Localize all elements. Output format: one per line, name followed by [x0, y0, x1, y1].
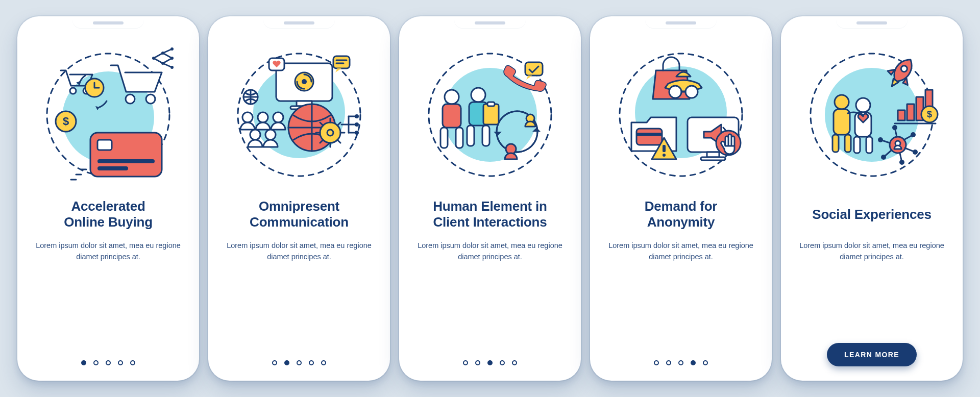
svg-rect-76 [898, 110, 905, 120]
pager-dot-active[interactable] [691, 360, 696, 365]
svg-rect-53 [467, 126, 474, 146]
pager-dot[interactable] [678, 360, 683, 365]
pager [654, 360, 708, 367]
omnipresent-communication-icon [225, 41, 373, 189]
svg-rect-20 [97, 166, 128, 170]
pager-dot[interactable] [309, 360, 314, 365]
svg-rect-67 [663, 145, 666, 152]
svg-point-82 [835, 95, 849, 109]
pager-dot[interactable] [666, 360, 671, 365]
slide-description: Lorem ipsum dolor sit amet, mea eu regio… [602, 240, 760, 263]
phone-notch [72, 16, 144, 29]
pager-dot[interactable] [118, 360, 123, 365]
pager-dot[interactable] [463, 360, 468, 365]
svg-point-51 [471, 88, 485, 102]
slide-title: Human Element in Client Interactions [430, 198, 550, 231]
pager-dot-active[interactable] [284, 360, 289, 365]
svg-text:$: $ [927, 109, 932, 119]
slide-description: Lorem ipsum dolor sit amet, mea eu regio… [30, 240, 187, 263]
pager-dot[interactable] [321, 360, 326, 365]
pager-dot[interactable] [512, 360, 517, 365]
svg-rect-48 [443, 104, 461, 128]
svg-rect-19 [97, 159, 155, 163]
svg-rect-54 [482, 126, 489, 146]
svg-rect-49 [440, 128, 448, 148]
onboarding-card-5: $ [781, 16, 963, 381]
social-experiences-icon: $ [798, 41, 946, 189]
slide-description: Lorem ipsum dolor sit amet, mea eu regio… [220, 240, 378, 263]
svg-rect-84 [832, 135, 839, 152]
svg-point-63 [669, 86, 681, 98]
svg-point-34 [250, 130, 260, 140]
svg-point-5 [146, 94, 155, 104]
phone-notch [645, 16, 717, 29]
slide-title: Accelerated Online Buying [61, 198, 156, 231]
learn-more-button[interactable]: LEARN MORE [827, 343, 917, 366]
svg-rect-71 [701, 157, 725, 160]
demand-for-anonymity-icon [607, 41, 755, 189]
pager [81, 360, 135, 367]
onboarding-card-1: $ Accelerated Online Buying Lorem ipsum … [17, 16, 199, 381]
svg-rect-66 [636, 133, 662, 136]
svg-rect-56 [487, 102, 495, 106]
phone-notch [836, 16, 908, 29]
svg-point-68 [663, 154, 666, 157]
svg-rect-85 [845, 135, 851, 152]
svg-rect-77 [907, 104, 914, 120]
svg-point-32 [258, 112, 268, 122]
slide-title: Omnipresent Communication [247, 198, 352, 231]
pager-dot[interactable] [106, 360, 111, 365]
pager-dot[interactable] [297, 360, 302, 365]
pager-dot[interactable] [500, 360, 505, 365]
svg-point-64 [685, 86, 698, 98]
svg-rect-18 [97, 140, 112, 150]
svg-rect-55 [483, 104, 499, 125]
pager [463, 360, 517, 367]
svg-marker-46 [526, 76, 532, 80]
svg-point-4 [126, 94, 135, 104]
svg-point-2 [70, 88, 76, 94]
svg-text:$: $ [63, 115, 69, 128]
onboarding-stage: $ Accelerated Online Buying Lorem ipsum … [0, 0, 980, 397]
human-client-interactions-icon [416, 41, 564, 189]
slide-description: Lorem ipsum dolor sit amet, mea eu regio… [793, 240, 950, 263]
pager [272, 360, 326, 367]
pager-dot[interactable] [272, 360, 277, 365]
pager-dot-active[interactable] [81, 360, 86, 365]
svg-point-35 [265, 130, 276, 140]
online-buying-icon: $ [34, 41, 182, 189]
svg-rect-45 [525, 62, 543, 76]
pager-dot[interactable] [654, 360, 659, 365]
phone-notch [263, 16, 335, 29]
slide-title: Demand for Anonymity [642, 198, 720, 231]
onboarding-card-4: Demand for Anonymity Lorem ipsum dolor s… [590, 16, 772, 381]
slide-description: Lorem ipsum dolor sit amet, mea eu regio… [411, 240, 569, 263]
phone-notch [454, 16, 526, 29]
svg-point-47 [445, 90, 459, 104]
svg-rect-88 [854, 137, 860, 153]
onboarding-card-3: Human Element in Client Interactions Lor… [399, 16, 581, 381]
svg-rect-89 [866, 137, 872, 153]
slide-title: Social Experiences [809, 198, 934, 231]
svg-point-31 [242, 112, 253, 122]
svg-rect-29 [333, 56, 350, 68]
onboarding-card-2: Omnipresent Communication Lorem ipsum do… [208, 16, 390, 381]
svg-point-86 [856, 98, 870, 112]
svg-rect-65 [636, 129, 662, 145]
svg-point-33 [273, 112, 283, 122]
pager-dot[interactable] [93, 360, 99, 365]
svg-point-27 [302, 79, 307, 84]
svg-rect-50 [456, 128, 463, 148]
pager-dot[interactable] [130, 360, 135, 365]
pager-dot[interactable] [475, 360, 480, 365]
pager-dot[interactable] [703, 360, 708, 365]
pager-dot-active[interactable] [487, 360, 493, 365]
